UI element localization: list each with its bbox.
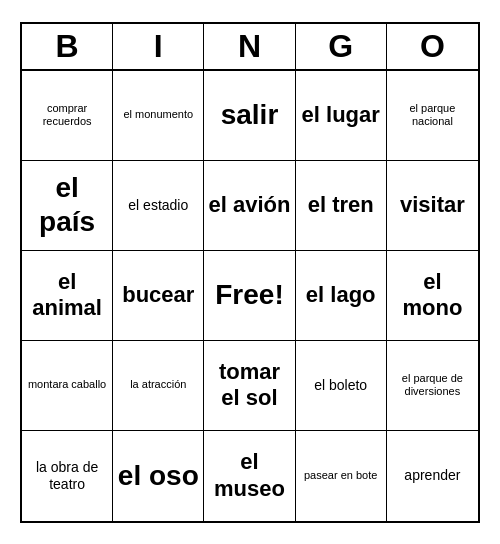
bingo-cell-16: la atracción bbox=[113, 341, 204, 431]
cell-text-11: bucear bbox=[122, 282, 194, 308]
cell-text-0: comprar recuerdos bbox=[26, 102, 108, 128]
bingo-cell-8: el tren bbox=[296, 161, 387, 251]
bingo-cell-7: el avión bbox=[204, 161, 295, 251]
cell-text-10: el animal bbox=[26, 269, 108, 322]
cell-text-12: Free! bbox=[215, 278, 283, 312]
bingo-header: BINGO bbox=[22, 24, 478, 71]
cell-text-17: tomar el sol bbox=[208, 359, 290, 412]
bingo-cell-10: el animal bbox=[22, 251, 113, 341]
bingo-cell-9: visitar bbox=[387, 161, 478, 251]
header-letter-N: N bbox=[204, 24, 295, 69]
cell-text-3: el lugar bbox=[302, 102, 380, 128]
cell-text-13: el lago bbox=[306, 282, 376, 308]
cell-text-24: aprender bbox=[404, 467, 460, 484]
bingo-card: BINGO comprar recuerdosel monumentosalir… bbox=[20, 22, 480, 523]
bingo-cell-11: bucear bbox=[113, 251, 204, 341]
cell-text-23: pasear en bote bbox=[304, 469, 377, 482]
cell-text-9: visitar bbox=[400, 192, 465, 218]
cell-text-1: el monumento bbox=[123, 108, 193, 121]
bingo-cell-3: el lugar bbox=[296, 71, 387, 161]
cell-text-22: el museo bbox=[208, 449, 290, 502]
cell-text-14: el mono bbox=[391, 269, 474, 322]
header-letter-G: G bbox=[296, 24, 387, 69]
header-letter-I: I bbox=[113, 24, 204, 69]
bingo-cell-15: montara caballo bbox=[22, 341, 113, 431]
bingo-cell-5: el país bbox=[22, 161, 113, 251]
bingo-cell-24: aprender bbox=[387, 431, 478, 521]
bingo-cell-18: el boleto bbox=[296, 341, 387, 431]
cell-text-18: el boleto bbox=[314, 377, 367, 394]
bingo-cell-4: el parque nacional bbox=[387, 71, 478, 161]
cell-text-5: el país bbox=[26, 171, 108, 238]
cell-text-15: montara caballo bbox=[28, 378, 106, 391]
cell-text-19: el parque de diversiones bbox=[391, 372, 474, 398]
bingo-cell-19: el parque de diversiones bbox=[387, 341, 478, 431]
cell-text-21: el oso bbox=[118, 459, 199, 493]
cell-text-20: la obra de teatro bbox=[26, 459, 108, 493]
bingo-cell-0: comprar recuerdos bbox=[22, 71, 113, 161]
bingo-cell-23: pasear en bote bbox=[296, 431, 387, 521]
cell-text-7: el avión bbox=[209, 192, 291, 218]
cell-text-16: la atracción bbox=[130, 378, 186, 391]
bingo-cell-17: tomar el sol bbox=[204, 341, 295, 431]
cell-text-6: el estadio bbox=[128, 197, 188, 214]
bingo-cell-2: salir bbox=[204, 71, 295, 161]
cell-text-2: salir bbox=[221, 98, 279, 132]
bingo-cell-21: el oso bbox=[113, 431, 204, 521]
bingo-cell-13: el lago bbox=[296, 251, 387, 341]
cell-text-8: el tren bbox=[308, 192, 374, 218]
bingo-cell-14: el mono bbox=[387, 251, 478, 341]
header-letter-O: O bbox=[387, 24, 478, 69]
header-letter-B: B bbox=[22, 24, 113, 69]
bingo-cell-1: el monumento bbox=[113, 71, 204, 161]
bingo-cell-12: Free! bbox=[204, 251, 295, 341]
bingo-cell-22: el museo bbox=[204, 431, 295, 521]
bingo-grid: comprar recuerdosel monumentosalirel lug… bbox=[22, 71, 478, 521]
bingo-cell-6: el estadio bbox=[113, 161, 204, 251]
cell-text-4: el parque nacional bbox=[391, 102, 474, 128]
bingo-cell-20: la obra de teatro bbox=[22, 431, 113, 521]
